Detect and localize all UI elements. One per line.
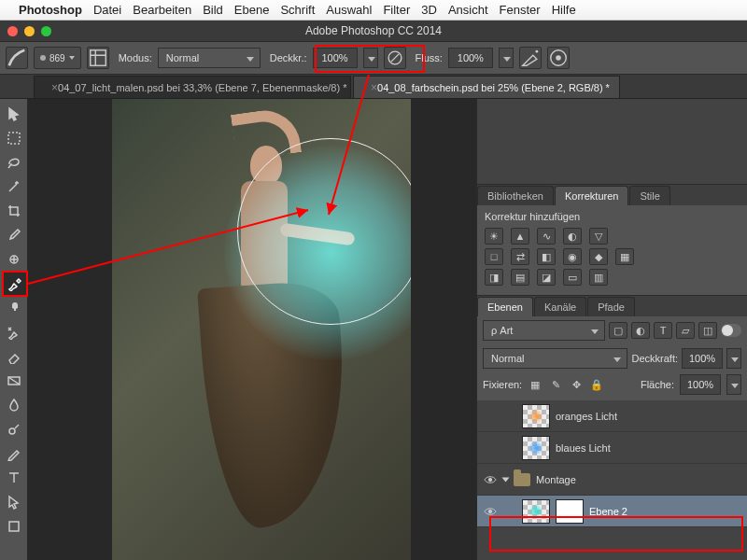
filter-adjust-icon[interactable]: ◐ — [631, 322, 650, 339]
layer-row[interactable]: Ebene 2 — [477, 496, 747, 527]
crop-tool[interactable] — [2, 200, 26, 222]
marquee-tool[interactable] — [2, 127, 26, 149]
app-menu[interactable]: Photoshop — [19, 3, 82, 17]
canvas-area[interactable] — [28, 99, 476, 560]
layer-thumbnail[interactable] — [522, 436, 550, 460]
layer-name[interactable]: Ebene 2 — [589, 506, 627, 517]
menu-schrift[interactable]: Schrift — [280, 3, 315, 17]
layer-row[interactable]: Montage — [477, 464, 747, 496]
layer-visibility-icon[interactable] — [483, 504, 498, 519]
layer-thumbnail[interactable] — [522, 404, 550, 428]
filter-toggle[interactable] — [721, 324, 741, 337]
menu-auswahl[interactable]: Auswahl — [326, 3, 372, 17]
layers-list[interactable]: oranges Lichtblaues LichtMontageEbene 2 — [477, 400, 747, 560]
pressure-opacity-icon[interactable] — [384, 47, 406, 69]
eraser-tool[interactable] — [2, 345, 26, 368]
layer-name[interactable]: oranges Licht — [556, 411, 617, 422]
layer-blend-mode-select[interactable]: Normal — [483, 348, 627, 369]
menu-bild[interactable]: Bild — [203, 3, 223, 17]
menu-bearbeiten[interactable]: Bearbeiten — [133, 3, 191, 17]
menu-ebene[interactable]: Ebene — [234, 3, 270, 17]
levels-adjust-icon[interactable]: ▲ — [511, 228, 529, 245]
posterize-adjust-icon[interactable]: ▤ — [511, 269, 529, 286]
close-tab-icon[interactable]: × — [371, 81, 377, 94]
layer-row[interactable]: blaues Licht — [477, 432, 747, 464]
pen-tool[interactable] — [2, 442, 26, 465]
menu-ansicht[interactable]: Ansicht — [448, 3, 488, 17]
opacity-field[interactable]: 100% — [313, 48, 358, 68]
colorlookup-adjust-icon[interactable]: ▦ — [615, 248, 634, 265]
window-maximize-button[interactable] — [41, 26, 51, 36]
layer-visibility-icon[interactable] — [483, 441, 498, 455]
lock-position-icon[interactable]: ✥ — [569, 377, 584, 392]
pressure-size-icon[interactable] — [547, 47, 570, 69]
lasso-tool[interactable] — [2, 151, 26, 174]
move-tool[interactable] — [2, 103, 26, 125]
layer-visibility-icon[interactable] — [483, 472, 498, 487]
channelmixer-adjust-icon[interactable]: ◆ — [589, 248, 608, 265]
panel-tab-pfade[interactable]: Pfade — [587, 297, 635, 316]
shape-tool[interactable] — [2, 515, 26, 538]
filter-pixel-icon[interactable]: ▢ — [609, 322, 627, 339]
panel-tab-korrekturen[interactable]: Korrekturen — [555, 186, 628, 205]
lock-all-icon[interactable]: 🔒 — [589, 377, 604, 392]
brightness-adjust-icon[interactable]: ☀ — [485, 228, 503, 245]
brush-panel-toggle-icon[interactable] — [87, 47, 109, 69]
invert-adjust-icon[interactable]: ◨ — [485, 269, 503, 286]
heal-tool[interactable] — [2, 248, 26, 271]
magic-wand-tool[interactable] — [2, 175, 26, 198]
colorbalance-adjust-icon[interactable]: ⇄ — [511, 248, 529, 265]
airbrush-icon[interactable] — [519, 47, 542, 69]
window-minimize-button[interactable] — [24, 26, 35, 36]
document-tab[interactable]: ×04_08_farbschein.psd bei 25% (Ebene 2, … — [353, 76, 620, 98]
layer-name[interactable]: blaues Licht — [556, 442, 611, 454]
group-disclosure-icon[interactable] — [502, 477, 510, 482]
layer-filter-kind[interactable]: ρ Art — [483, 320, 605, 341]
exposure-adjust-icon[interactable]: ◐ — [563, 228, 582, 245]
layer-visibility-icon[interactable] — [483, 409, 498, 424]
layer-opacity-field[interactable]: 100% — [682, 348, 723, 369]
layer-opacity-dropdown[interactable] — [726, 348, 741, 369]
filter-smart-icon[interactable]: ◫ — [698, 322, 717, 339]
lock-transparent-icon[interactable]: ▦ — [528, 377, 543, 392]
menu-filter[interactable]: Filter — [383, 3, 410, 17]
eyedropper-tool[interactable] — [2, 224, 26, 246]
panel-tab-ebenen[interactable]: Ebenen — [477, 297, 533, 316]
path-select-tool[interactable] — [2, 491, 26, 513]
opacity-dropdown[interactable] — [363, 48, 378, 68]
panel-tab-stile[interactable]: Stile — [629, 186, 669, 205]
blend-mode-select[interactable]: Normal — [158, 48, 261, 68]
menu-datei[interactable]: Datei — [93, 3, 121, 17]
tool-preset-icon[interactable] — [6, 47, 28, 69]
filter-shape-icon[interactable]: ▱ — [676, 322, 695, 339]
gradientmap-adjust-icon[interactable]: ▭ — [563, 269, 582, 286]
photofilter-adjust-icon[interactable]: ◉ — [563, 248, 582, 265]
bw-adjust-icon[interactable]: ◧ — [537, 248, 556, 265]
threshold-adjust-icon[interactable]: ◪ — [537, 269, 556, 286]
vibrance-adjust-icon[interactable]: ▽ — [589, 228, 608, 245]
brush-preset-picker[interactable]: 869 — [34, 47, 81, 69]
flow-dropdown[interactable] — [499, 48, 514, 68]
selectivecolor-adjust-icon[interactable]: ▥ — [589, 269, 608, 286]
layer-thumbnail[interactable] — [522, 499, 550, 524]
document-tab[interactable]: ×04_07_licht_malen.psd bei 33,3% (Ebene … — [34, 76, 351, 98]
history-brush-tool[interactable] — [2, 321, 26, 343]
filter-type-icon[interactable]: T — [654, 322, 672, 339]
menu-3d[interactable]: 3D — [421, 3, 437, 17]
layer-row[interactable]: oranges Licht — [477, 400, 747, 432]
close-tab-icon[interactable]: × — [51, 81, 58, 94]
panel-tab-bibliotheken[interactable]: Bibliotheken — [477, 186, 554, 205]
hue-adjust-icon[interactable]: □ — [485, 248, 503, 265]
menu-fenster[interactable]: Fenster — [500, 3, 541, 17]
window-close-button[interactable] — [7, 26, 18, 36]
curves-adjust-icon[interactable]: ∿ — [537, 228, 556, 245]
layer-mask-thumbnail[interactable] — [556, 499, 584, 524]
fill-dropdown[interactable] — [726, 374, 741, 395]
panel-tab-kanäle[interactable]: Kanäle — [534, 297, 586, 316]
stamp-tool[interactable] — [2, 297, 26, 319]
menu-hilfe[interactable]: Hilfe — [552, 3, 576, 17]
fill-field[interactable]: 100% — [680, 374, 721, 395]
brush-tool[interactable] — [2, 273, 26, 295]
layer-name[interactable]: Montage — [536, 474, 576, 485]
gradient-tool[interactable] — [2, 370, 26, 392]
